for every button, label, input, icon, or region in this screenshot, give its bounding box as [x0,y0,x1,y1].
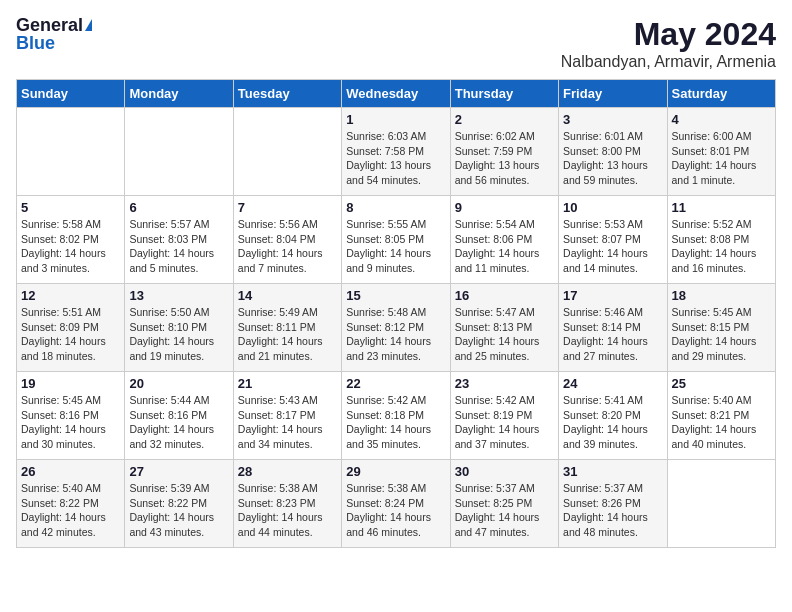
sunrise-text: Sunrise: 5:45 AM [21,394,101,406]
calendar-cell: 17Sunrise: 5:46 AMSunset: 8:14 PMDayligh… [559,284,667,372]
sunrise-text: Sunrise: 5:49 AM [238,306,318,318]
daylight-text: Daylight: 14 hours and 3 minutes. [21,247,106,274]
day-number: 20 [129,376,228,391]
sunset-text: Sunset: 8:08 PM [672,233,750,245]
calendar-cell: 30Sunrise: 5:37 AMSunset: 8:25 PMDayligh… [450,460,558,548]
day-info: Sunrise: 5:47 AMSunset: 8:13 PMDaylight:… [455,305,554,364]
day-info: Sunrise: 5:42 AMSunset: 8:19 PMDaylight:… [455,393,554,452]
day-info: Sunrise: 5:51 AMSunset: 8:09 PMDaylight:… [21,305,120,364]
header-saturday: Saturday [667,80,775,108]
day-number: 4 [672,112,771,127]
calendar-cell: 5Sunrise: 5:58 AMSunset: 8:02 PMDaylight… [17,196,125,284]
daylight-text: Daylight: 14 hours and 29 minutes. [672,335,757,362]
calendar-cell: 15Sunrise: 5:48 AMSunset: 8:12 PMDayligh… [342,284,450,372]
week-row: 19Sunrise: 5:45 AMSunset: 8:16 PMDayligh… [17,372,776,460]
daylight-text: Daylight: 14 hours and 14 minutes. [563,247,648,274]
calendar-cell: 24Sunrise: 5:41 AMSunset: 8:20 PMDayligh… [559,372,667,460]
sunset-text: Sunset: 8:24 PM [346,497,424,509]
day-number: 1 [346,112,445,127]
calendar-table: SundayMondayTuesdayWednesdayThursdayFrid… [16,79,776,548]
sunset-text: Sunset: 8:11 PM [238,321,316,333]
logo-blue: Blue [16,34,55,52]
day-number: 18 [672,288,771,303]
sunset-text: Sunset: 8:19 PM [455,409,533,421]
day-info: Sunrise: 5:40 AMSunset: 8:22 PMDaylight:… [21,481,120,540]
daylight-text: Daylight: 14 hours and 16 minutes. [672,247,757,274]
sunrise-text: Sunrise: 5:51 AM [21,306,101,318]
sunrise-text: Sunrise: 6:02 AM [455,130,535,142]
sunset-text: Sunset: 8:10 PM [129,321,207,333]
daylight-text: Daylight: 14 hours and 9 minutes. [346,247,431,274]
sunrise-text: Sunrise: 5:41 AM [563,394,643,406]
header-thursday: Thursday [450,80,558,108]
day-info: Sunrise: 5:55 AMSunset: 8:05 PMDaylight:… [346,217,445,276]
calendar-header: SundayMondayTuesdayWednesdayThursdayFrid… [17,80,776,108]
sunrise-text: Sunrise: 5:46 AM [563,306,643,318]
day-number: 26 [21,464,120,479]
logo: General Blue [16,16,92,52]
daylight-text: Daylight: 14 hours and 37 minutes. [455,423,540,450]
day-info: Sunrise: 6:02 AMSunset: 7:59 PMDaylight:… [455,129,554,188]
sunset-text: Sunset: 8:13 PM [455,321,533,333]
day-number: 27 [129,464,228,479]
sunrise-text: Sunrise: 5:40 AM [672,394,752,406]
sunrise-text: Sunrise: 5:44 AM [129,394,209,406]
sunset-text: Sunset: 8:18 PM [346,409,424,421]
calendar-cell: 9Sunrise: 5:54 AMSunset: 8:06 PMDaylight… [450,196,558,284]
sunrise-text: Sunrise: 5:39 AM [129,482,209,494]
day-info: Sunrise: 5:42 AMSunset: 8:18 PMDaylight:… [346,393,445,452]
header-friday: Friday [559,80,667,108]
calendar-cell: 20Sunrise: 5:44 AMSunset: 8:16 PMDayligh… [125,372,233,460]
sunrise-text: Sunrise: 5:54 AM [455,218,535,230]
calendar-cell [667,460,775,548]
sunset-text: Sunset: 8:26 PM [563,497,641,509]
sunrise-text: Sunrise: 5:47 AM [455,306,535,318]
daylight-text: Daylight: 14 hours and 34 minutes. [238,423,323,450]
daylight-text: Daylight: 14 hours and 25 minutes. [455,335,540,362]
header-wednesday: Wednesday [342,80,450,108]
day-number: 2 [455,112,554,127]
calendar-cell: 18Sunrise: 5:45 AMSunset: 8:15 PMDayligh… [667,284,775,372]
calendar-cell: 8Sunrise: 5:55 AMSunset: 8:05 PMDaylight… [342,196,450,284]
sunset-text: Sunset: 8:01 PM [672,145,750,157]
day-info: Sunrise: 5:57 AMSunset: 8:03 PMDaylight:… [129,217,228,276]
day-number: 19 [21,376,120,391]
day-info: Sunrise: 6:03 AMSunset: 7:58 PMDaylight:… [346,129,445,188]
calendar-cell: 12Sunrise: 5:51 AMSunset: 8:09 PMDayligh… [17,284,125,372]
sunrise-text: Sunrise: 5:38 AM [346,482,426,494]
calendar-cell: 23Sunrise: 5:42 AMSunset: 8:19 PMDayligh… [450,372,558,460]
day-number: 9 [455,200,554,215]
calendar-cell: 6Sunrise: 5:57 AMSunset: 8:03 PMDaylight… [125,196,233,284]
sunset-text: Sunset: 8:04 PM [238,233,316,245]
daylight-text: Daylight: 14 hours and 44 minutes. [238,511,323,538]
header-monday: Monday [125,80,233,108]
day-number: 25 [672,376,771,391]
day-info: Sunrise: 5:45 AMSunset: 8:15 PMDaylight:… [672,305,771,364]
day-info: Sunrise: 5:45 AMSunset: 8:16 PMDaylight:… [21,393,120,452]
sunrise-text: Sunrise: 5:42 AM [346,394,426,406]
daylight-text: Daylight: 14 hours and 11 minutes. [455,247,540,274]
daylight-text: Daylight: 14 hours and 32 minutes. [129,423,214,450]
sunrise-text: Sunrise: 5:53 AM [563,218,643,230]
location: Nalbandyan, Armavir, Armenia [561,53,776,71]
day-info: Sunrise: 5:41 AMSunset: 8:20 PMDaylight:… [563,393,662,452]
daylight-text: Daylight: 14 hours and 21 minutes. [238,335,323,362]
sunset-text: Sunset: 8:16 PM [129,409,207,421]
daylight-text: Daylight: 14 hours and 19 minutes. [129,335,214,362]
daylight-text: Daylight: 13 hours and 54 minutes. [346,159,431,186]
day-number: 6 [129,200,228,215]
daylight-text: Daylight: 14 hours and 40 minutes. [672,423,757,450]
daylight-text: Daylight: 13 hours and 59 minutes. [563,159,648,186]
sunset-text: Sunset: 8:15 PM [672,321,750,333]
day-number: 21 [238,376,337,391]
sunrise-text: Sunrise: 5:45 AM [672,306,752,318]
day-info: Sunrise: 5:39 AMSunset: 8:22 PMDaylight:… [129,481,228,540]
day-number: 29 [346,464,445,479]
sunset-text: Sunset: 8:23 PM [238,497,316,509]
page-header: General Blue May 2024 Nalbandyan, Armavi… [16,16,776,71]
calendar-cell: 16Sunrise: 5:47 AMSunset: 8:13 PMDayligh… [450,284,558,372]
day-info: Sunrise: 5:38 AMSunset: 8:23 PMDaylight:… [238,481,337,540]
sunrise-text: Sunrise: 5:50 AM [129,306,209,318]
day-number: 7 [238,200,337,215]
day-info: Sunrise: 5:48 AMSunset: 8:12 PMDaylight:… [346,305,445,364]
